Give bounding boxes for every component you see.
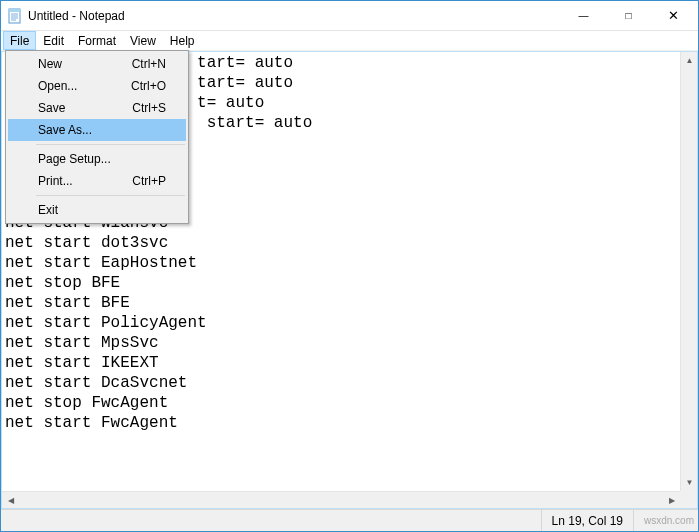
menu-view[interactable]: View xyxy=(123,31,163,50)
menu-separator xyxy=(36,144,185,145)
menu-item-label: Page Setup... xyxy=(38,152,166,166)
file-menu-open[interactable]: Open... Ctrl+O xyxy=(8,75,186,97)
scroll-track-v[interactable] xyxy=(681,69,697,474)
watermark: wsxdn.com xyxy=(633,510,698,531)
title-bar: Untitled - Notepad — □ ✕ xyxy=(1,1,698,31)
file-menu-print[interactable]: Print... Ctrl+P xyxy=(8,170,186,192)
menu-item-label: Save As... xyxy=(38,123,166,137)
svg-rect-1 xyxy=(9,9,20,12)
file-menu-page-setup[interactable]: Page Setup... xyxy=(8,148,186,170)
menu-item-label: Open... xyxy=(38,79,131,93)
vertical-scrollbar[interactable]: ▲ ▼ xyxy=(680,52,697,491)
file-menu-new[interactable]: New Ctrl+N xyxy=(8,53,186,75)
menu-separator xyxy=(36,195,185,196)
window-title: Untitled - Notepad xyxy=(28,9,561,23)
notepad-app-icon xyxy=(7,8,23,24)
menu-format[interactable]: Format xyxy=(71,31,123,50)
menu-item-shortcut: Ctrl+N xyxy=(132,57,166,71)
menu-item-label: New xyxy=(38,57,132,71)
file-menu-save-as[interactable]: Save As... xyxy=(8,119,186,141)
scroll-right-icon[interactable]: ▶ xyxy=(663,492,680,509)
close-button[interactable]: ✕ xyxy=(651,1,696,30)
menu-item-label: Exit xyxy=(38,203,166,217)
menu-edit[interactable]: Edit xyxy=(36,31,71,50)
minimize-button[interactable]: — xyxy=(561,1,606,30)
menu-item-label: Save xyxy=(38,101,132,115)
window-controls: — □ ✕ xyxy=(561,1,696,30)
menu-help[interactable]: Help xyxy=(163,31,202,50)
scroll-track-h[interactable] xyxy=(19,492,663,508)
maximize-button[interactable]: □ xyxy=(606,1,651,30)
horizontal-scrollbar[interactable]: ◀ ▶ xyxy=(2,491,680,508)
menu-item-label: Print... xyxy=(38,174,132,188)
menu-item-shortcut: Ctrl+S xyxy=(132,101,166,115)
status-bar: Ln 19, Col 19 wsxdn.com xyxy=(1,509,698,531)
file-menu-exit[interactable]: Exit xyxy=(8,199,186,221)
menu-item-shortcut: Ctrl+P xyxy=(132,174,166,188)
status-position: Ln 19, Col 19 xyxy=(541,510,633,531)
file-menu-save[interactable]: Save Ctrl+S xyxy=(8,97,186,119)
menu-file[interactable]: File xyxy=(3,31,36,50)
scroll-left-icon[interactable]: ◀ xyxy=(2,492,19,509)
menu-item-shortcut: Ctrl+O xyxy=(131,79,166,93)
scroll-up-icon[interactable]: ▲ xyxy=(681,52,698,69)
scroll-corner xyxy=(680,491,697,508)
scroll-down-icon[interactable]: ▼ xyxy=(681,474,698,491)
menu-bar: File Edit Format View Help xyxy=(1,31,698,51)
file-menu-dropdown: New Ctrl+N Open... Ctrl+O Save Ctrl+S Sa… xyxy=(5,50,189,224)
